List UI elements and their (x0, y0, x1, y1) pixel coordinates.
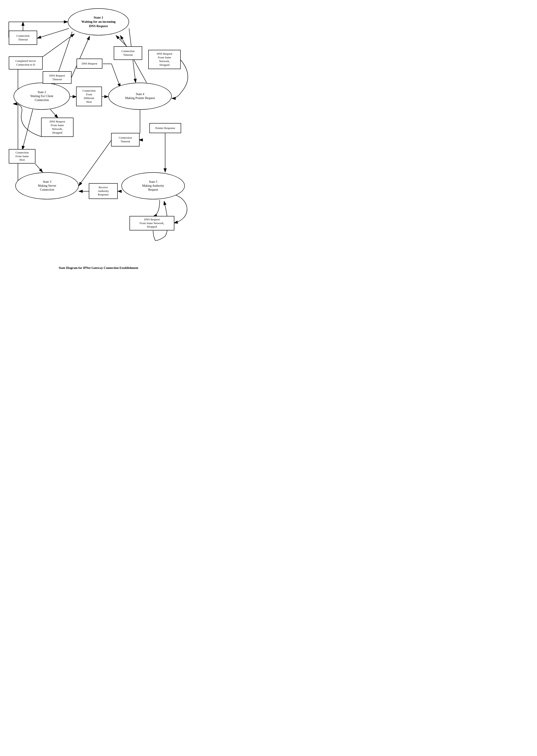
svg-line-18 (22, 109, 33, 150)
event-connection-timeout-2: Connection Timeout (114, 46, 142, 60)
svg-line-10 (116, 35, 127, 47)
state-2: State 2 Waiting For Client Connection (14, 83, 70, 110)
event-completed-server: Completed Server Connection to D (9, 57, 43, 69)
event-dns-req-same-net-1: DNS Request From Same Network, Dropped (148, 50, 181, 69)
event-dns-request-timeout: DNS Request Timeout (43, 71, 71, 84)
event-pointer-response: Pointer Response (149, 123, 181, 133)
state-3: State 3 Making Server Connection (15, 172, 79, 199)
svg-line-3 (37, 28, 69, 38)
svg-line-17 (35, 164, 43, 172)
state-1: State 1 Waiting for an incoming DNS Requ… (68, 8, 129, 35)
diagram-caption: State Diagram for IPNet Gateway Connecti… (59, 266, 138, 270)
event-conn-diff-host: Connection From Different Host (76, 87, 102, 106)
event-dns-req-same-net-2: DNS Request From Same Network, Dropped (41, 118, 73, 137)
svg-line-27 (50, 109, 58, 118)
event-dns-request: DNS Request (77, 58, 103, 69)
event-connection-timeout-1: Connection Timeout (9, 31, 37, 45)
svg-line-16 (79, 140, 111, 186)
event-connection-timeout-3: Connection Timeout (111, 133, 140, 146)
svg-line-9 (111, 64, 120, 88)
diagram: State 1 Waiting for an incoming DNS Requ… (4, 4, 192, 262)
event-dns-req-same-net-3: DNS Request From Same Network, Dropped (130, 216, 174, 230)
svg-line-7 (71, 36, 90, 78)
event-conn-same-host: Connection From Same Host (9, 149, 35, 164)
event-recv-auth-resp: Receive Authority Response (89, 183, 118, 199)
svg-line-4 (43, 34, 74, 57)
state-5: State 5 Making Authority Request (121, 172, 185, 199)
state-4: State 4 Making Pointer Request (108, 83, 172, 110)
